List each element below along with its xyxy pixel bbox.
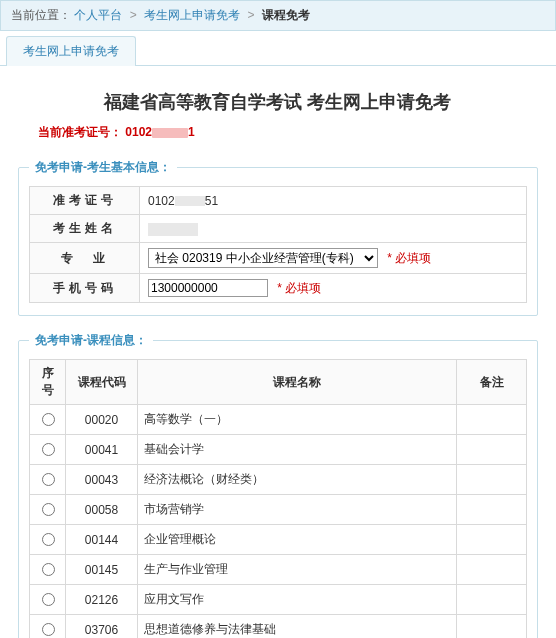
course-code: 00041 [66, 435, 138, 465]
course-name: 企业管理概论 [138, 525, 457, 555]
table-row: 00020高等数学（一） [30, 405, 527, 435]
course-remark [457, 405, 527, 435]
course-radio[interactable] [42, 503, 55, 516]
col-title: 课程名称 [138, 360, 457, 405]
course-code: 03706 [66, 615, 138, 639]
course-radio-cell [30, 585, 66, 615]
info-label-major: 专 业 [30, 243, 140, 274]
phone-input[interactable] [148, 279, 268, 297]
course-name: 经济法概论（财经类） [138, 465, 457, 495]
course-radio-cell [30, 525, 66, 555]
current-ticket-label: 当前准考证号： [38, 125, 122, 139]
course-name: 应用文写作 [138, 585, 457, 615]
course-radio-cell [30, 435, 66, 465]
course-radio[interactable] [42, 563, 55, 576]
course-radio-cell [30, 495, 66, 525]
course-remark [457, 555, 527, 585]
current-ticket-suffix: 1 [188, 125, 195, 139]
course-code: 00058 [66, 495, 138, 525]
course-radio[interactable] [42, 413, 55, 426]
breadcrumb-link-0[interactable]: 个人平台 [74, 8, 122, 22]
breadcrumb-current: 课程免考 [262, 8, 310, 22]
course-remark [457, 435, 527, 465]
table-row: 00043经济法概论（财经类） [30, 465, 527, 495]
course-info-legend: 免考申请-课程信息： [29, 332, 153, 349]
tabbar: 考生网上申请免考 [0, 35, 556, 66]
course-code: 00043 [66, 465, 138, 495]
masked-segment [152, 128, 188, 138]
course-radio-cell [30, 615, 66, 639]
breadcrumb: 当前位置： 个人平台 > 考生网上申请免考 > 课程免考 [0, 0, 556, 31]
course-code: 02126 [66, 585, 138, 615]
table-row: 00144企业管理概论 [30, 525, 527, 555]
masked-segment [148, 223, 198, 236]
course-name: 思想道德修养与法律基础 [138, 615, 457, 639]
current-ticket: 当前准考证号： 01021 [38, 124, 538, 141]
required-hint: 必填项 [277, 281, 321, 295]
major-select[interactable]: 社会 020319 中小企业经营管理(专科) [148, 248, 378, 268]
table-row: 02126应用文写作 [30, 585, 527, 615]
col-remark: 备注 [457, 360, 527, 405]
course-info-box: 免考申请-课程信息： 序号 课程代码 课程名称 备注 00020高等数学（一）0… [18, 332, 538, 638]
course-remark [457, 495, 527, 525]
info-label-ticket: 准考证号 [30, 187, 140, 215]
course-name: 高等数学（一） [138, 405, 457, 435]
info-value-phone: 必填项 [140, 274, 527, 303]
student-info-legend: 免考申请-考生基本信息： [29, 159, 177, 176]
course-radio[interactable] [42, 593, 55, 606]
course-remark [457, 525, 527, 555]
course-name: 基础会计学 [138, 435, 457, 465]
masked-segment [175, 196, 205, 206]
info-value-major: 社会 020319 中小企业经营管理(专科) 必填项 [140, 243, 527, 274]
col-index: 序号 [30, 360, 66, 405]
table-row: 00058市场营销学 [30, 495, 527, 525]
course-radio-cell [30, 465, 66, 495]
info-value-ticket: 010251 [140, 187, 527, 215]
required-hint: 必填项 [387, 251, 431, 265]
course-code: 00020 [66, 405, 138, 435]
student-info-box: 免考申请-考生基本信息： 准考证号 010251 考生姓名 专 业 社 [18, 159, 538, 316]
col-code: 课程代码 [66, 360, 138, 405]
breadcrumb-label: 当前位置： [11, 8, 71, 22]
page-title: 福建省高等教育自学考试 考生网上申请免考 [18, 90, 538, 114]
course-code: 00145 [66, 555, 138, 585]
course-radio[interactable] [42, 473, 55, 486]
course-table: 序号 课程代码 课程名称 备注 00020高等数学（一）00041基础会计学00… [29, 359, 527, 638]
tab-apply-exemption[interactable]: 考生网上申请免考 [6, 36, 136, 66]
course-radio[interactable] [42, 443, 55, 456]
course-remark [457, 615, 527, 639]
info-label-phone: 手机号码 [30, 274, 140, 303]
course-radio-cell [30, 405, 66, 435]
table-row: 03706思想道德修养与法律基础 [30, 615, 527, 639]
course-remark [457, 585, 527, 615]
table-row: 00041基础会计学 [30, 435, 527, 465]
course-name: 市场营销学 [138, 495, 457, 525]
breadcrumb-link-1[interactable]: 考生网上申请免考 [144, 8, 240, 22]
course-radio-cell [30, 555, 66, 585]
table-row: 00145生产与作业管理 [30, 555, 527, 585]
course-code: 00144 [66, 525, 138, 555]
course-remark [457, 465, 527, 495]
course-radio[interactable] [42, 533, 55, 546]
student-info-table: 准考证号 010251 考生姓名 专 业 社会 020319 中小企业经营管理(… [29, 186, 527, 303]
course-name: 生产与作业管理 [138, 555, 457, 585]
course-radio[interactable] [42, 623, 55, 636]
current-ticket-prefix: 0102 [125, 125, 152, 139]
info-value-name [140, 215, 527, 243]
info-label-name: 考生姓名 [30, 215, 140, 243]
